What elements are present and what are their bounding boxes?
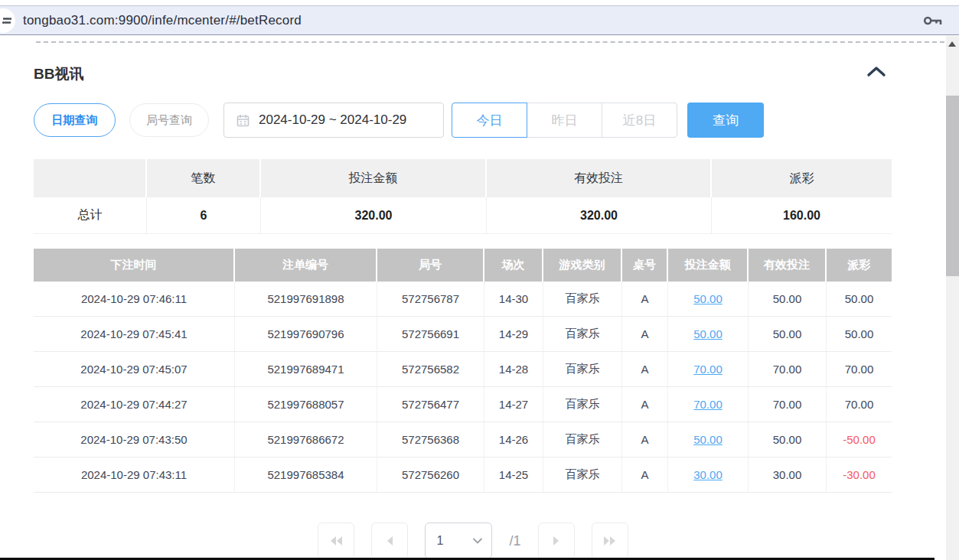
summary-header-count: 笔数 (147, 159, 261, 197)
summary-total-row: 总计 6 320.00 320.00 160.00 (34, 197, 892, 234)
header-valid-bet: 有效投注 (749, 249, 827, 282)
cell-session: 14-29 (484, 317, 543, 352)
summary-header-bet-amount: 投注金额 (261, 159, 487, 197)
chevron-down-icon (473, 538, 482, 544)
cell-game-type: 百家乐 (543, 282, 622, 317)
chevron-up-icon[interactable] (866, 65, 887, 79)
pagination: 1 /1 (0, 523, 946, 559)
bet-amount-link[interactable]: 50.00 (693, 327, 723, 340)
summary-total-label: 总计 (34, 197, 147, 234)
table-row: 2024-10-29 07:46:11521997691898572756787… (34, 282, 892, 317)
header-bet-amount: 投注金额 (668, 249, 749, 282)
summary-total-bet-amount: 320.00 (261, 197, 487, 234)
page-total-label: /1 (509, 523, 520, 559)
header-session: 场次 (484, 249, 543, 282)
round-query-tab[interactable]: 局号查询 (129, 103, 209, 137)
date-range-input[interactable]: 2024-10-29 ~ 2024-10-29 (223, 103, 444, 138)
quick-today-button[interactable]: 今日 (452, 103, 527, 138)
cell-valid-bet: 70.00 (749, 352, 827, 387)
site-icon (0, 8, 15, 33)
summary-table: 笔数 投注金额 有效投注 派彩 总计 6 320.00 320.00 160.0… (34, 159, 892, 234)
cell-game-type: 百家乐 (543, 317, 622, 352)
cell-bet-amount: 50.00 (668, 282, 749, 317)
bet-amount-link[interactable]: 50.00 (693, 292, 723, 305)
search-button[interactable]: 查询 (687, 103, 764, 138)
cell-game-type: 百家乐 (543, 457, 622, 493)
cell-order-id: 521997686672 (235, 422, 377, 457)
scroll-up-icon[interactable] (948, 41, 956, 47)
cell-valid-bet: 50.00 (749, 422, 827, 457)
bet-amount-link[interactable]: 70.00 (693, 398, 723, 411)
date-query-tab[interactable]: 日期查询 (34, 103, 116, 137)
header-payout: 派彩 (827, 249, 892, 282)
cell-valid-bet: 70.00 (749, 387, 827, 422)
cell-table-no: A (622, 352, 668, 387)
cell-game-type: 百家乐 (543, 422, 622, 457)
bet-table-header-row: 下注时间 注单编号 局号 场次 游戏类别 桌号 投注金额 有效投注 派彩 (34, 249, 892, 282)
cell-game-type: 百家乐 (543, 352, 622, 387)
summary-header-payout: 派彩 (712, 159, 892, 197)
summary-total-payout: 160.00 (712, 197, 892, 234)
cell-order-id: 521997685384 (235, 457, 377, 493)
url-text[interactable]: tongbao31.com:9900/infe/mcenter/#/betRec… (23, 6, 302, 34)
summary-header-blank (34, 159, 147, 197)
header-game-type: 游戏类别 (543, 249, 622, 282)
summary-total-valid-bet: 320.00 (487, 197, 712, 234)
page-select[interactable]: 1 (425, 523, 492, 559)
calendar-icon (236, 114, 250, 127)
cell-payout: -50.00 (827, 422, 892, 457)
bet-records-table: 下注时间 注单编号 局号 场次 游戏类别 桌号 投注金额 有效投注 派彩 202… (34, 249, 892, 493)
cell-table-no: A (622, 282, 668, 317)
quick-8days-button[interactable]: 近8日 (602, 103, 677, 138)
header-table-no: 桌号 (622, 249, 668, 282)
bet-table-body: 2024-10-29 07:46:11521997691898572756787… (34, 282, 892, 493)
cell-payout: 50.00 (827, 282, 892, 317)
cell-bet-amount: 70.00 (668, 387, 749, 422)
cell-round-id: 572756691 (377, 317, 484, 352)
cell-time: 2024-10-29 07:43:50 (34, 422, 235, 457)
cell-time: 2024-10-29 07:43:11 (34, 457, 235, 493)
next-page-button[interactable] (538, 523, 575, 559)
cell-table-no: A (622, 457, 668, 493)
page: tongbao31.com:9900/infe/mcenter/#/betRec… (0, 0, 959, 560)
bet-amount-link[interactable]: 30.00 (693, 468, 723, 481)
table-row: 2024-10-29 07:45:41521997690796572756691… (34, 317, 892, 352)
cell-session: 14-25 (484, 457, 543, 493)
cell-order-id: 521997688057 (235, 387, 377, 422)
first-page-button[interactable] (318, 523, 354, 559)
dashed-divider (36, 41, 944, 43)
cell-valid-bet: 50.00 (749, 282, 827, 317)
cell-order-id: 521997691898 (235, 282, 377, 317)
cell-payout: 50.00 (827, 317, 892, 352)
cell-bet-amount: 50.00 (668, 317, 749, 352)
cell-order-id: 521997689471 (235, 352, 377, 387)
quick-yesterday-button[interactable]: 昨日 (527, 103, 602, 138)
cell-table-no: A (622, 387, 668, 422)
cell-payout: 70.00 (827, 387, 892, 422)
key-icon[interactable] (923, 15, 943, 27)
page-title: BB视讯 (34, 64, 83, 84)
cell-bet-amount: 70.00 (668, 352, 749, 387)
address-bar[interactable]: tongbao31.com:9900/infe/mcenter/#/betRec… (0, 5, 959, 35)
cell-time: 2024-10-29 07:46:11 (34, 282, 235, 317)
cell-session: 14-26 (484, 422, 543, 457)
last-page-button[interactable] (592, 523, 628, 559)
header-round-id: 局号 (377, 249, 484, 282)
page-select-value: 1 (436, 534, 443, 548)
cell-payout: -30.00 (827, 457, 892, 493)
bet-amount-link[interactable]: 50.00 (693, 433, 723, 446)
cell-order-id: 521997690796 (235, 317, 377, 352)
scrollbar-thumb[interactable] (946, 96, 959, 276)
prev-page-button[interactable] (371, 523, 408, 559)
summary-total-count: 6 (147, 197, 261, 234)
date-range-value: 2024-10-29 ~ 2024-10-29 (259, 112, 406, 128)
cell-round-id: 572756260 (377, 457, 484, 493)
summary-header-valid-bet: 有效投注 (487, 159, 712, 197)
bet-amount-link[interactable]: 70.00 (693, 363, 723, 376)
cell-time: 2024-10-29 07:44:27 (34, 387, 235, 422)
cell-round-id: 572756582 (377, 352, 484, 387)
page-scrollbar[interactable] (946, 36, 959, 560)
cell-time: 2024-10-29 07:45:41 (34, 317, 235, 352)
cell-bet-amount: 30.00 (668, 457, 749, 493)
cell-session: 14-30 (484, 282, 543, 317)
